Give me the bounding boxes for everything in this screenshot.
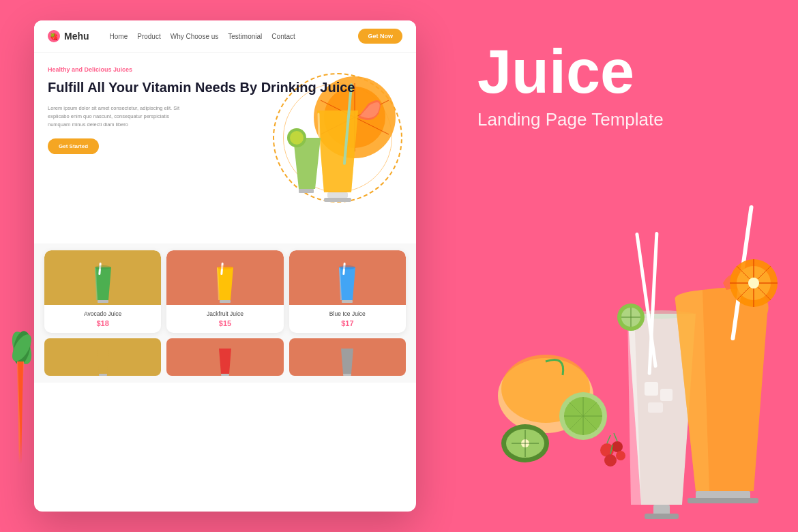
mockup-card: 🍓 Mehu Home Product Why Choose us Testim… — [34, 20, 416, 512]
svg-rect-25 — [343, 374, 351, 376]
product-card-avocado: Avocado Juice $18 — [44, 250, 161, 333]
product-card-top-jackfruit — [166, 250, 283, 305]
carrot-decoration — [0, 327, 41, 464]
svg-point-66 — [748, 278, 759, 289]
nav-why[interactable]: Why Choose us — [171, 33, 219, 40]
svg-rect-50 — [645, 514, 679, 519]
product-card-body-jackfruit: Jackfruit Juice $15 — [166, 305, 283, 333]
hero-description: Lorem ipsum dolor sit amet consectetur, … — [48, 104, 184, 129]
logo: 🍓 Mehu — [48, 30, 89, 42]
product-card-sm-2 — [166, 338, 283, 376]
nav-cta-button[interactable]: Get Now — [358, 29, 402, 44]
products-grid: Avocado Juice $18 — [44, 250, 406, 333]
svg-point-41 — [604, 454, 617, 467]
svg-rect-11 — [299, 189, 314, 193]
navbar: 🍓 Mehu Home Product Why Choose us Testim… — [34, 20, 416, 53]
hero-subtitle: Healthy and Delicious Juices — [48, 66, 402, 73]
product-card-sm-top-1 — [44, 338, 161, 376]
main-title: Juice — [477, 41, 771, 102]
product-card-sm-top-2 — [166, 338, 283, 376]
jackfruit-glass-svg — [211, 261, 239, 305]
product-card-sm-1 — [44, 338, 161, 376]
small-glass-3 — [338, 345, 357, 376]
blueice-glass-svg — [334, 261, 361, 305]
nav-product[interactable]: Product — [137, 33, 160, 40]
product-card-jackfruit: Jackfruit Juice $15 — [166, 250, 283, 333]
svg-rect-48 — [648, 402, 663, 413]
svg-point-40 — [612, 441, 623, 452]
avocado-price: $18 — [51, 319, 154, 327]
product-card-sm-top-3 — [289, 338, 406, 376]
svg-rect-9 — [324, 198, 351, 202]
nav-contact[interactable]: Contact — [271, 33, 295, 40]
product-card-top-avocado — [44, 250, 161, 305]
nav-testimonial[interactable]: Testimonial — [228, 33, 262, 40]
jackfruit-name: Jackfruit Juice — [173, 310, 276, 317]
svg-line-43 — [607, 435, 610, 443]
small-glass-1 — [93, 345, 113, 376]
svg-point-16 — [95, 265, 111, 269]
product-card-body-blueice: Blue Ice Juice $17 — [289, 305, 406, 333]
brand-name: Mehu — [64, 31, 89, 42]
logo-icon: 🍓 — [48, 30, 60, 42]
svg-rect-24 — [221, 374, 229, 376]
nav-home[interactable]: Home — [110, 33, 128, 40]
small-glass-2 — [216, 345, 235, 376]
avocado-glass-svg — [89, 261, 117, 305]
svg-rect-58 — [688, 498, 758, 503]
hero-cta-button[interactable]: Get Started — [48, 138, 99, 154]
svg-rect-20 — [342, 300, 353, 303]
blueice-price: $17 — [296, 319, 399, 327]
product-card-top-blueice — [289, 250, 406, 305]
left-panel: 🍓 Mehu Home Product Why Choose us Testim… — [0, 0, 450, 532]
right-decoration-svg — [471, 177, 798, 532]
product-card-body-avocado: Avocado Juice $18 — [44, 305, 161, 333]
right-panel: Juice Landing Page Template — [450, 0, 798, 532]
svg-point-19 — [217, 265, 233, 269]
svg-line-44 — [614, 433, 617, 441]
jackfruit-price: $15 — [173, 319, 276, 327]
svg-rect-23 — [99, 374, 107, 376]
svg-rect-14 — [98, 300, 108, 303]
product-card-blueice: Blue Ice Juice $17 — [289, 250, 406, 333]
right-decor-container — [471, 177, 798, 532]
svg-point-42 — [616, 451, 625, 460]
avocado-name: Avocado Juice — [51, 310, 154, 317]
svg-point-22 — [339, 265, 355, 269]
products-section: Avocado Juice $18 — [34, 243, 416, 383]
hero-title: Fulfill All Your Vitamin Needs By Drinki… — [48, 78, 402, 96]
sub-title: Landing Page Template — [477, 109, 771, 130]
hero-text: Healthy and Delicious Juices Fulfill All… — [48, 66, 402, 154]
svg-rect-46 — [645, 382, 658, 396]
product-card-sm-3 — [289, 338, 406, 376]
svg-rect-17 — [220, 300, 231, 303]
hero-section: Healthy and Delicious Juices Fulfill All… — [34, 53, 416, 243]
products-row2 — [44, 338, 406, 376]
nav-links: Home Product Why Choose us Testimonial C… — [110, 33, 359, 40]
svg-rect-47 — [660, 389, 673, 401]
svg-rect-49 — [653, 505, 670, 515]
blueice-name: Blue Ice Juice — [296, 310, 399, 317]
svg-rect-8 — [327, 192, 348, 198]
